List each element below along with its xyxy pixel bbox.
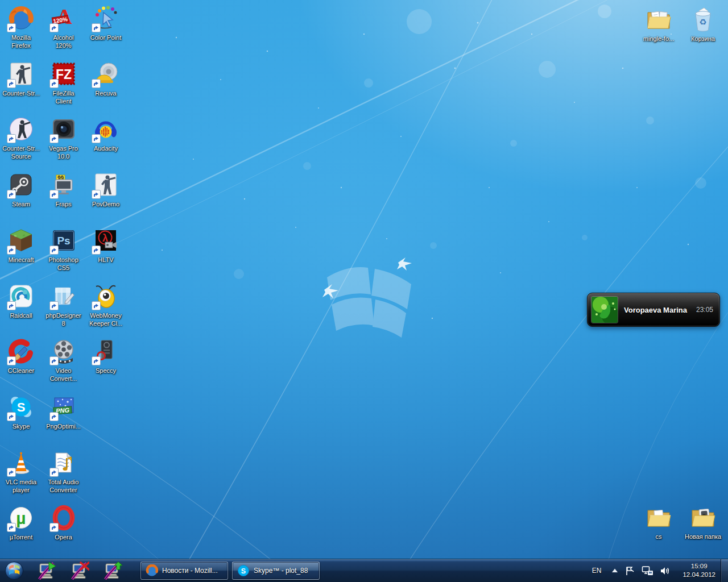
videoconv-icon — [50, 338, 77, 365]
desktop-icon-hltv[interactable]: λHLTV — [81, 227, 131, 264]
taskbar-window-firefox[interactable]: Новости - Mozill... — [140, 562, 228, 580]
desktop-icon-label: PngOptimi... — [39, 422, 89, 430]
cssource-icon — [7, 115, 35, 143]
tray-time: 15:09 — [682, 562, 715, 571]
colorpoint-icon — [92, 5, 119, 32]
desktop-icon-povdemo[interactable]: PovDemo — [81, 171, 131, 208]
audacity-icon — [92, 115, 119, 143]
desktop-icon-recuva[interactable]: Recuva — [81, 60, 131, 97]
desktop-icon-label: Opera — [39, 533, 89, 541]
desktop-icon-colorpoint[interactable]: Color Point — [81, 5, 131, 41]
skype-small-icon: S — [237, 564, 250, 577]
desktop-icon-label: Новая папка — [678, 533, 728, 541]
desktop-icon-folder-media[interactable]: Новая папка — [678, 504, 728, 541]
desktop-icon-opera[interactable]: Opera — [39, 504, 89, 541]
svg-text:Ps: Ps — [57, 235, 70, 247]
vegas-icon — [50, 115, 77, 143]
tray-date: 12.04.2012 — [682, 571, 715, 579]
contact-avatar — [592, 297, 618, 323]
desktop-icon-folder-open[interactable]: cs — [634, 504, 684, 541]
filezilla-icon: FZ — [50, 60, 77, 88]
language-indicator[interactable]: EN — [589, 564, 605, 577]
desktop-icon-label: Total Audio Converter — [39, 478, 89, 494]
quicklaunch-computer-update[interactable] — [104, 561, 123, 580]
windows-logo-watermark — [327, 267, 411, 338]
recycle-bin-icon: ♻ — [689, 6, 717, 33]
desktop-icon-label: cs — [634, 533, 684, 541]
svg-text:µ: µ — [16, 509, 26, 527]
totalaudio-icon — [50, 449, 77, 476]
quicklaunch-computer-play[interactable] — [38, 561, 57, 580]
fraps-icon: 99 — [50, 171, 77, 198]
desktop-icon-label: HLTV — [81, 256, 131, 264]
taskbar-window-title: Новости - Mozill... — [162, 567, 218, 575]
desktop-icon-folder-docs[interactable]: mingle-fo... — [634, 6, 684, 43]
ccleaner-icon — [7, 338, 35, 365]
desktop-icon-webmoney[interactable]: WebMoney Keeper Cl... — [81, 282, 131, 327]
notification-time: 23:05 — [696, 306, 714, 314]
svg-text:S: S — [241, 567, 246, 575]
firefox-icon — [7, 5, 35, 32]
desktop-icon-recycle-bin[interactable]: ♻Корзина — [678, 6, 728, 43]
opera-icon — [50, 504, 77, 531]
desktop-icon-label: WebMoney Keeper Cl... — [81, 311, 131, 327]
alcohol-icon: A120% — [50, 5, 77, 32]
pngoptim-icon: PNG — [50, 393, 77, 421]
start-button[interactable] — [3, 560, 25, 581]
open-window-buttons: Новости - Mozill...SSkype™ - plot_88 — [140, 562, 320, 580]
system-tray: EN — [589, 559, 719, 582]
quicklaunch-computer-cancel[interactable] — [71, 561, 90, 580]
skype-notification-toast[interactable]: Voropaeva Marina 23:05 — [587, 293, 720, 327]
taskbar-window-skype[interactable]: SSkype™ - plot_88 — [232, 562, 320, 580]
utorrent-icon: µ — [7, 504, 35, 531]
show-hidden-icons-button[interactable] — [610, 567, 619, 575]
desktop-icon-speccy[interactable]: Speccy — [81, 338, 131, 375]
steam-icon — [7, 171, 35, 198]
minecraft-icon — [7, 227, 35, 254]
desktop-icon-totalaudio[interactable]: Total Audio Converter — [39, 449, 89, 494]
svg-text:♻: ♻ — [699, 17, 706, 27]
desktop-icon-pngoptim[interactable]: PNGPngOptimi... — [39, 393, 89, 430]
desktop-icon-audacity[interactable]: Audacity — [81, 115, 131, 152]
desktop-icon-label: Recuva — [81, 89, 131, 97]
cs16-icon — [7, 60, 35, 88]
desktop-icon-label: Speccy — [81, 367, 131, 375]
taskbar: Новости - Mozill...SSkype™ - plot_88 EN — [0, 559, 728, 582]
desktop-icon-label: mingle-fo... — [634, 35, 684, 43]
windows7-desktop[interactable]: Mozilla FirefoxA120%Alcohol 120%Color Po… — [0, 0, 728, 582]
speccy-icon — [92, 338, 119, 365]
vlc-icon — [7, 449, 35, 476]
show-desktop-button[interactable] — [721, 559, 728, 582]
desktop-icon-label: Audacity — [81, 144, 131, 152]
quicklaunch-bar — [38, 561, 123, 580]
action-center-flag-icon[interactable] — [623, 564, 636, 577]
desktop-icon-label: Color Point — [81, 34, 131, 41]
clock[interactable]: 15:09 12.04.2012 — [679, 561, 719, 580]
webmoney-icon — [92, 282, 119, 310]
hltv-icon: λ — [92, 227, 119, 254]
photoshop-icon: Ps — [50, 227, 77, 254]
taskbar-window-title: Skype™ - plot_88 — [254, 567, 308, 575]
povdemo-icon — [92, 171, 119, 198]
desktop-icon-label: Корзина — [678, 35, 728, 43]
folder-docs-icon — [645, 6, 672, 33]
volume-icon[interactable] — [659, 564, 672, 577]
phpdesigner-icon — [50, 282, 77, 310]
folder-open-icon — [645, 504, 672, 531]
desktop-icon-label: PovDemo — [81, 200, 131, 208]
notification-contact-name: Voropaeva Marina — [624, 306, 690, 314]
raidcall-icon — [7, 282, 35, 310]
folder-media-icon — [689, 504, 717, 531]
firefox-small-icon — [146, 564, 158, 577]
svg-text:S: S — [17, 400, 26, 414]
network-icon[interactable] — [640, 564, 655, 577]
skype-icon: S — [7, 393, 35, 421]
recuva-icon — [92, 60, 119, 88]
